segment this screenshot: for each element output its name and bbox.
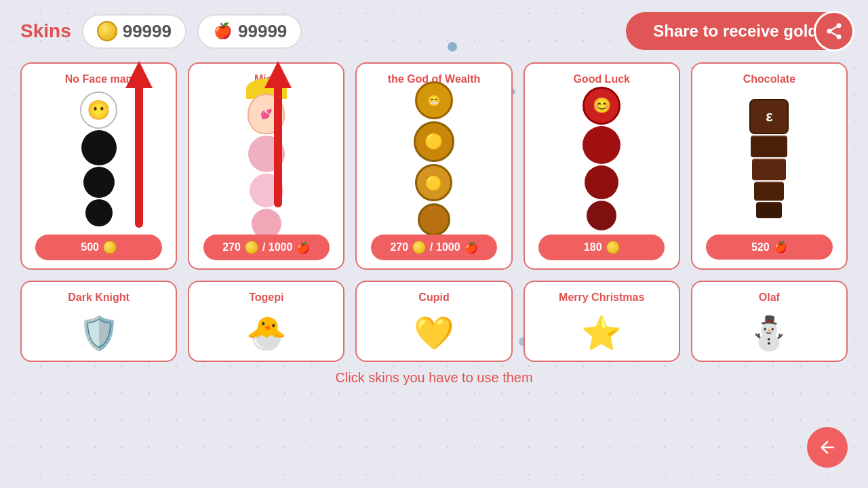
svg-line-4 xyxy=(831,27,837,30)
back-button[interactable] xyxy=(807,427,848,468)
apple-icon: 🍎 xyxy=(212,21,233,41)
skins-grid: No Face man 😶 500 Miss 💕 270 xyxy=(0,62,868,270)
skin-card-noface[interactable]: No Face man 😶 500 xyxy=(20,62,177,270)
skin-img-olaf: ⛄ xyxy=(749,314,789,352)
apple-badge: 🍎 99999 xyxy=(197,14,302,49)
skin-name-olaf: Olaf xyxy=(759,291,780,304)
skin-name-choco: Chocolate xyxy=(743,73,795,85)
svg-point-0 xyxy=(837,23,842,28)
svg-point-2 xyxy=(837,35,842,39)
apple-icon: 🍎 xyxy=(465,241,478,254)
skin-name-togepi: Togepi xyxy=(249,291,283,304)
skin-image-noface: 😶 xyxy=(28,91,169,226)
skin-img-merrychristmas: ⭐ xyxy=(581,314,622,352)
share-button-label: Share to receive gold xyxy=(653,22,818,41)
skin-price-goodluck[interactable]: 180 xyxy=(538,235,665,260)
coin-icon xyxy=(245,241,258,254)
skin-name-cupid: Cupid xyxy=(418,291,449,304)
footer-hint: Click skins you have to use them xyxy=(0,370,868,386)
bottom-skins-grid: Dark Knight 🛡️ Togepi 🐣 Cupid 💛 Merry Ch… xyxy=(0,281,868,362)
skins-title: Skins xyxy=(20,20,71,42)
skin-img-darkknight: 🛡️ xyxy=(79,314,119,352)
skin-img-cupid: 💛 xyxy=(414,314,454,352)
skin-image-goodluck: 😊 xyxy=(532,91,672,226)
apple-icon: 🍎 xyxy=(296,241,310,254)
apple-amount: 99999 xyxy=(238,21,287,42)
coin-icon xyxy=(97,21,117,41)
skin-image-god: 😁 🟡 🟡 xyxy=(363,91,504,226)
skin-price-noface[interactable]: 500 xyxy=(35,235,161,260)
skin-card-olaf[interactable]: Olaf ⛄ xyxy=(691,281,848,362)
skin-name-merrychristmas: Merry Christmas xyxy=(559,291,644,304)
coin-icon xyxy=(412,241,426,254)
share-icon xyxy=(814,11,854,52)
skin-card-goodluck[interactable]: Good Luck 😊 180 xyxy=(524,62,680,270)
skin-price-miss[interactable]: 270 / 1000 🍎 xyxy=(203,235,330,260)
back-icon xyxy=(817,437,837,458)
skin-card-miss[interactable]: Miss 💕 270 / 1000 🍎 xyxy=(188,62,344,270)
coin-icon xyxy=(103,241,117,254)
skin-image-miss: 💕 xyxy=(196,91,336,226)
skin-name-noface: No Face man xyxy=(65,73,133,85)
skin-card-cupid[interactable]: Cupid 💛 xyxy=(355,281,512,362)
share-button[interactable]: Share to receive gold xyxy=(626,12,848,50)
skin-card-choco[interactable]: Chocolate ε 520 🍎 xyxy=(691,62,848,270)
gold-badge: 99999 xyxy=(82,14,186,49)
apple-icon: 🍎 xyxy=(774,241,787,253)
skin-price-god[interactable]: 270 / 1000 🍎 xyxy=(371,235,497,260)
skin-card-darkknight[interactable]: Dark Knight 🛡️ xyxy=(20,281,177,362)
skin-image-choco: ε xyxy=(699,91,840,226)
svg-line-3 xyxy=(831,33,837,36)
skin-name-darkknight: Dark Knight xyxy=(68,291,130,304)
skin-card-merrychristmas[interactable]: Merry Christmas ⭐ xyxy=(524,281,680,362)
svg-point-1 xyxy=(827,29,832,34)
coin-icon xyxy=(606,241,620,254)
skin-card-togepi[interactable]: Togepi 🐣 xyxy=(188,281,344,362)
skin-img-togepi: 🐣 xyxy=(246,314,287,352)
skin-name-goodluck: Good Luck xyxy=(573,73,630,85)
gold-amount: 99999 xyxy=(123,21,172,42)
skin-card-god[interactable]: the God of Wealth 😁 🟡 🟡 270 / 1000 🍎 xyxy=(355,62,512,270)
skin-price-choco[interactable]: 520 🍎 xyxy=(706,235,832,260)
